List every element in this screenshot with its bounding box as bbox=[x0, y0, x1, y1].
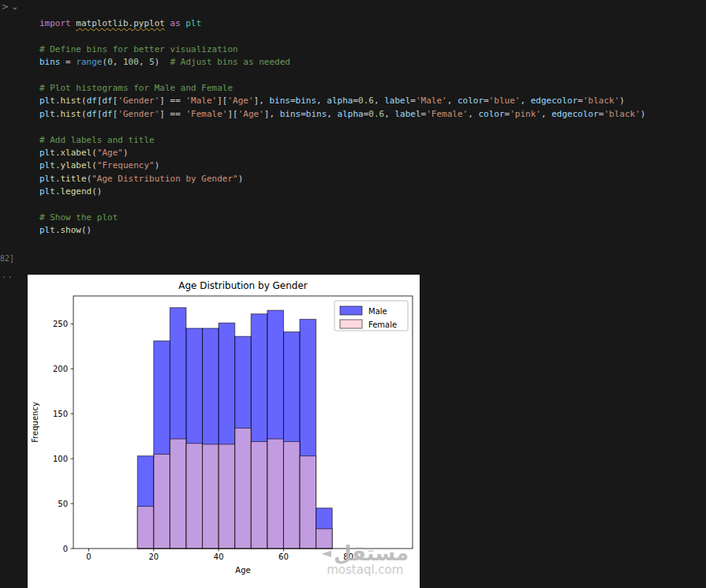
code-token: 'Male' bbox=[416, 96, 447, 106]
code-line[interactable]: plt.ylabel("Frequency") bbox=[39, 159, 645, 172]
chevron-down-icon[interactable]: ⌄ bbox=[11, 2, 21, 12]
code-token: , bbox=[113, 57, 123, 67]
code-token: 'Age' bbox=[238, 109, 264, 119]
watermark-arabic-text: مستقل bbox=[334, 541, 409, 565]
code-token: = bbox=[484, 96, 489, 106]
code-token: 'Gender' bbox=[118, 96, 159, 106]
code-token: ], bbox=[264, 109, 280, 119]
code-token: plt bbox=[39, 225, 55, 235]
code-line[interactable]: plt.xlabel("Age") bbox=[39, 147, 645, 159]
code-line[interactable]: # Define bins for better visualization bbox=[39, 43, 645, 56]
svg-text:250: 250 bbox=[53, 320, 68, 328]
code-token: plt bbox=[39, 160, 55, 170]
code-token: "Frequency" bbox=[97, 160, 155, 170]
code-token: . bbox=[55, 186, 61, 197]
code-token: = bbox=[61, 57, 77, 67]
code-token: bins bbox=[280, 109, 301, 119]
code-token: bins bbox=[39, 57, 61, 67]
code-token: 'Male' bbox=[185, 96, 217, 106]
code-token: bins bbox=[269, 96, 290, 106]
svg-text:20: 20 bbox=[148, 552, 159, 561]
code-line[interactable]: # Plot histograms for Male and Female bbox=[39, 82, 645, 95]
code-token: 'Female' bbox=[426, 109, 468, 119]
svg-text:Female: Female bbox=[368, 320, 397, 329]
code-token: ] bbox=[159, 109, 170, 119]
code-token: ) bbox=[641, 109, 646, 119]
code-token: ] bbox=[159, 96, 170, 106]
code-line[interactable]: plt.show() bbox=[39, 224, 645, 237]
code-token: plt bbox=[39, 148, 55, 158]
code-token: . bbox=[55, 96, 61, 106]
code-token: , bbox=[520, 96, 530, 106]
cell-drag-handle[interactable]: .. bbox=[2, 270, 13, 280]
code-token: alpha bbox=[338, 109, 364, 119]
code-line[interactable]: # Add labels and title bbox=[39, 134, 645, 147]
code-token: df bbox=[87, 96, 97, 106]
code-token: # Show the plot bbox=[39, 212, 118, 223]
code-line[interactable]: bins = range(0, 100, 5) # Adjust bins as… bbox=[39, 56, 645, 69]
chevron-right-icon[interactable]: > bbox=[2, 2, 11, 12]
code-editor[interactable]: import matplotlib.pyplot as plt # Define… bbox=[39, 17, 645, 238]
code-line[interactable]: plt.title("Age Distribution by Gender") bbox=[39, 173, 645, 185]
code-token: . bbox=[55, 160, 61, 170]
code-token: 'black' bbox=[603, 109, 640, 119]
code-line[interactable] bbox=[39, 69, 645, 82]
svg-text:Age Distribution by Gender: Age Distribution by Gender bbox=[178, 280, 308, 291]
code-token: ( bbox=[92, 160, 97, 170]
code-token: 0 bbox=[107, 57, 113, 67]
svg-text:200: 200 bbox=[53, 365, 68, 373]
code-token: plt bbox=[185, 18, 201, 28]
svg-text:Frequency: Frequency bbox=[31, 402, 39, 443]
code-token: ( bbox=[81, 96, 87, 106]
code-line[interactable]: import matplotlib.pyplot as plt bbox=[39, 17, 645, 30]
code-line[interactable]: plt.hist(df[df['Gender'] == 'Male']['Age… bbox=[39, 95, 645, 107]
code-token: . bbox=[55, 225, 61, 235]
code-token: ][ bbox=[217, 96, 227, 106]
code-token: as bbox=[165, 18, 186, 28]
code-token: edgecolor bbox=[531, 96, 578, 106]
code-token: [ bbox=[97, 109, 103, 119]
code-token: ( bbox=[81, 109, 87, 119]
code-token: 'Female' bbox=[185, 109, 227, 119]
watermark: ◄مستقل mostaql.com bbox=[322, 543, 409, 577]
code-line[interactable] bbox=[39, 30, 645, 43]
watermark-domain-text: mostaql.com bbox=[322, 564, 409, 577]
code-token: hist bbox=[61, 109, 82, 119]
code-line[interactable] bbox=[39, 198, 645, 211]
code-token: plt bbox=[39, 186, 55, 197]
code-token: range bbox=[76, 57, 102, 67]
svg-text:Male: Male bbox=[368, 307, 387, 316]
code-token: . bbox=[55, 148, 61, 158]
code-token: == bbox=[170, 96, 181, 106]
code-token: "Age Distribution by Gender" bbox=[92, 174, 237, 184]
code-token: ylabel bbox=[61, 160, 92, 170]
code-token: legend bbox=[61, 186, 92, 197]
code-token: color bbox=[478, 109, 504, 119]
code-token: 'Gender' bbox=[118, 109, 159, 119]
code-token: , bbox=[541, 109, 551, 119]
code-token: 'pink' bbox=[510, 109, 541, 119]
code-token: df bbox=[103, 109, 113, 119]
code-line[interactable]: plt.hist(df[df['Gender'] == 'Female']['A… bbox=[39, 108, 645, 121]
code-token: import bbox=[39, 18, 76, 28]
svg-text:50: 50 bbox=[58, 500, 68, 508]
code-token: == bbox=[170, 109, 181, 119]
code-token: ) bbox=[155, 160, 160, 170]
svg-text:Age: Age bbox=[235, 566, 250, 575]
svg-text:100: 100 bbox=[53, 455, 68, 463]
code-token: label bbox=[384, 96, 410, 106]
mostaql-logo-icon: ◄ bbox=[322, 545, 331, 560]
code-token: [ bbox=[97, 96, 103, 106]
code-token: 'blue' bbox=[489, 96, 521, 106]
code-line[interactable] bbox=[39, 121, 645, 133]
code-line[interactable]: # Show the plot bbox=[39, 212, 645, 224]
code-line[interactable]: plt.legend() bbox=[39, 185, 645, 198]
code-token: ) bbox=[238, 174, 244, 184]
code-token: () bbox=[81, 225, 92, 235]
code-token: 0.6 bbox=[358, 96, 374, 106]
code-token: 'Age' bbox=[227, 96, 253, 106]
svg-text:150: 150 bbox=[53, 410, 68, 418]
code-token: 0.6 bbox=[368, 109, 384, 119]
code-token: # Adjust bins as needed bbox=[170, 57, 290, 67]
cell-fold-controls[interactable]: >⌄ bbox=[2, 2, 21, 12]
